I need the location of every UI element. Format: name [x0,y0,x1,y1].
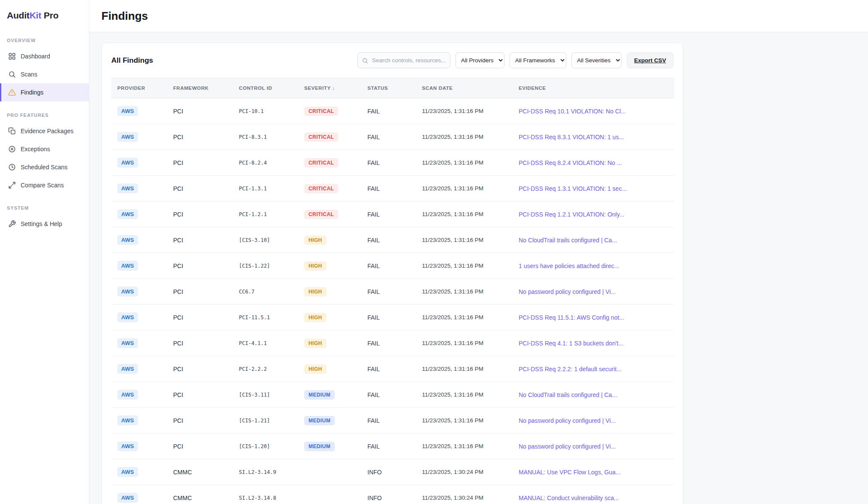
table-row[interactable]: AWS PCI PCI-1.2.1 CRITICAL FAIL 11/23/20… [111,202,674,227]
evidence-link[interactable]: MANUAL: Use VPC Flow Logs, Gua... [519,469,620,476]
sidebar: AuditKit Pro OVERVIEW Dashboard Scans Fi… [0,0,89,504]
provider-badge: AWS [117,132,138,142]
sidebar-item-label: Exceptions [21,146,50,153]
frameworks-filter-select[interactable]: All Frameworks [510,52,566,68]
severity-badge: CRITICAL [304,184,338,193]
severity-badge: HIGH [304,339,327,348]
evidence-link[interactable]: No password policy configured | Vi... [519,288,616,295]
sidebar-item-findings[interactable]: Findings [0,83,89,101]
evidence-link[interactable]: No password policy configured | Vi... [519,443,616,450]
column-header-severity-sorted[interactable]: SEVERITY ↓ [298,78,361,98]
evidence-link[interactable]: PCI-DSS Req 10.1 VIOLATION: No Cl... [519,108,626,115]
status-cell: FAIL [361,434,416,459]
table-row[interactable]: AWS PCI PCI-10.1 CRITICAL FAIL 11/23/202… [111,98,674,124]
table-row[interactable]: AWS PCI [CIS-3.11] MEDIUM FAIL 11/23/202… [111,382,674,408]
status-cell: FAIL [361,408,416,434]
sidebar-item-exceptions[interactable]: Exceptions [0,140,89,158]
search-icon [8,70,16,78]
sidebar-section-pro-features: PRO FEATURES [0,113,89,118]
control-id-cell: CC6.7 [233,279,298,305]
framework-cell: PCI [167,279,233,305]
framework-cell: PCI [167,330,233,356]
evidence-link[interactable]: MANUAL: Conduct vulnerability sca... [519,495,619,501]
evidence-link[interactable]: No CloudTrail trails configured | Ca... [519,237,617,244]
table-row[interactable]: AWS PCI [CIS-1.21] MEDIUM FAIL 11/23/202… [111,408,674,434]
severities-filter-select[interactable]: All Severities [572,52,622,68]
table-row[interactable]: AWS PCI PCI-11.5.1 HIGH FAIL 11/23/2025,… [111,305,674,330]
table-row[interactable]: AWS PCI CC6.7 HIGH FAIL 11/23/2025, 1:31… [111,279,674,305]
search-input[interactable] [358,52,450,68]
table-row[interactable]: AWS PCI PCI-4.1.1 HIGH FAIL 11/23/2025, … [111,330,674,356]
evidence-link[interactable]: 1 users have policies attached direc... [519,263,619,269]
sidebar-item-scheduled-scans[interactable]: Scheduled Scans [0,158,89,176]
status-cell: INFO [361,485,416,504]
column-header-scan-date[interactable]: SCAN DATE [416,78,513,98]
evidence-link[interactable]: PCI-DSS Req 4.1: 1 S3 buckets don't... [519,340,623,347]
evidence-link[interactable]: PCI-DSS Req 8.3.1 VIOLATION: 1 us... [519,134,624,141]
provider-badge: AWS [117,312,138,322]
table-row[interactable]: AWS PCI PCI-1.3.1 CRITICAL FAIL 11/23/20… [111,176,674,202]
grid-icon [8,52,16,60]
severity-badge: HIGH [304,261,327,271]
table-row[interactable]: AWS CMMC SI.L2-3.14.8 INFO 11/23/2025, 1… [111,485,674,504]
export-csv-button[interactable]: Export CSV [627,52,673,68]
table-row[interactable]: AWS PCI [CIS-1.22] HIGH FAIL 11/23/2025,… [111,253,674,279]
column-header-status[interactable]: STATUS [361,78,416,98]
scan-date-cell: 11/23/2025, 1:31:16 PM [416,176,513,202]
status-cell: FAIL [361,382,416,408]
column-header-provider[interactable]: PROVIDER [111,78,167,98]
status-cell: FAIL [361,253,416,279]
status-cell: FAIL [361,202,416,227]
clock-icon [8,163,16,171]
findings-table: PROVIDER FRAMEWORK CONTROL ID SEVERITY ↓… [111,78,674,504]
sidebar-item-label: Compare Scans [21,182,64,189]
framework-cell: PCI [167,202,233,227]
findings-table-wrap: PROVIDER FRAMEWORK CONTROL ID SEVERITY ↓… [102,78,683,504]
providers-filter-select[interactable]: All Providers [455,52,504,68]
control-id-cell: PCI-10.1 [233,98,298,124]
column-header-framework[interactable]: FRAMEWORK [167,78,233,98]
brand-prefix: Audit [7,10,30,20]
framework-cell: PCI [167,382,233,408]
framework-cell: PCI [167,227,233,253]
sidebar-item-dashboard[interactable]: Dashboard [0,47,89,65]
severity-badge: MEDIUM [304,416,335,425]
main-area: Findings All Findings All Providers All … [89,0,868,504]
sidebar-item-label: Dashboard [21,53,50,60]
evidence-link[interactable]: PCI-DSS Req 1.2.1 VIOLATION: Only... [519,211,624,218]
sidebar-item-settings-help[interactable]: Settings & Help [0,215,89,233]
table-row[interactable]: AWS CMMC SI.L2-3.14.9 INFO 11/23/2025, 1… [111,459,674,485]
table-row[interactable]: AWS PCI [CIS-3.10] HIGH FAIL 11/23/2025,… [111,227,674,253]
table-header-row: PROVIDER FRAMEWORK CONTROL ID SEVERITY ↓… [111,78,674,98]
scan-date-cell: 11/23/2025, 1:31:16 PM [416,150,513,176]
wrench-icon [8,220,16,228]
evidence-link[interactable]: PCI-DSS Req 1.3.1 VIOLATION: 1 sec... [519,185,627,192]
table-row[interactable]: AWS PCI PCI-8.3.1 CRITICAL FAIL 11/23/20… [111,124,674,150]
evidence-link[interactable]: No password policy configured | Vi... [519,417,616,424]
table-row[interactable]: AWS PCI PCI-8.2.4 CRITICAL FAIL 11/23/20… [111,150,674,176]
search-box [358,52,450,68]
status-cell: FAIL [361,150,416,176]
evidence-link[interactable]: PCI-DSS Req 2.2.2: 1 default securit... [519,366,622,373]
evidence-link[interactable]: No CloudTrail trails configured | Ca... [519,391,617,398]
column-header-control-id[interactable]: CONTROL ID [233,78,298,98]
table-row[interactable]: AWS PCI [CIS-1.20] MEDIUM FAIL 11/23/202… [111,434,674,459]
provider-badge: AWS [117,415,138,425]
table-row[interactable]: AWS PCI PCI-2.2.2 HIGH FAIL 11/23/2025, … [111,356,674,382]
scan-date-cell: 11/23/2025, 1:31:16 PM [416,356,513,382]
evidence-link[interactable]: PCI-DSS Req 11.5.1: AWS Config not... [519,314,624,321]
sidebar-item-scans[interactable]: Scans [0,65,89,83]
status-cell: FAIL [361,227,416,253]
scan-date-cell: 11/23/2025, 1:31:16 PM [416,434,513,459]
severity-badge: HIGH [304,235,327,245]
column-header-evidence[interactable]: EVIDENCE [513,78,674,98]
sidebar-item-evidence-packages[interactable]: Evidence Packages [0,122,89,140]
sidebar-item-compare-scans[interactable]: Compare Scans [0,176,89,194]
evidence-link[interactable]: PCI-DSS Req 8.2.4 VIOLATION: No ... [519,159,622,166]
control-id-cell: PCI-4.1.1 [233,330,298,356]
status-cell: FAIL [361,356,416,382]
scan-date-cell: 11/23/2025, 1:31:16 PM [416,253,513,279]
sidebar-item-label: Settings & Help [21,220,62,227]
status-cell: FAIL [361,98,416,124]
scan-date-cell: 11/23/2025, 1:31:16 PM [416,279,513,305]
